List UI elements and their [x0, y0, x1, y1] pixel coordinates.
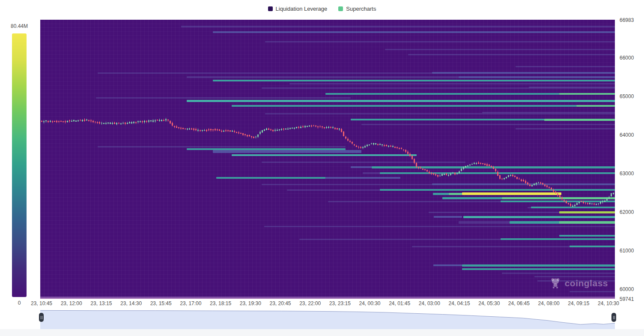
- navigator-left-handle[interactable]: [39, 313, 44, 322]
- time-axis-label: 24, 09:15: [568, 300, 589, 306]
- colorbar-min-label: 0: [12, 300, 27, 306]
- footer-strip: [0, 329, 644, 336]
- time-axis-label: 23, 23:15: [329, 300, 351, 306]
- price-axis-label: 66000: [620, 55, 634, 61]
- navigator-area: [40, 309, 615, 329]
- time-axis-label: 23, 22:00: [299, 300, 321, 306]
- chart-legend: Liquidation LeverageSupercharts: [0, 4, 644, 13]
- time-axis-label: 24, 03:00: [419, 300, 440, 306]
- range-navigator[interactable]: [40, 309, 615, 329]
- time-axis-label: 23, 20:45: [269, 300, 291, 306]
- colorbar-max-label: 80.44M: [11, 23, 28, 29]
- price-axis-label: 59741: [620, 296, 634, 302]
- price-axis-label: 60000: [620, 286, 634, 292]
- time-axis-label: 24, 10:30: [598, 300, 619, 306]
- time-axis-label: 24, 08:00: [538, 300, 560, 306]
- time-axis-label: 24, 01:45: [389, 300, 410, 306]
- time-axis-label: 24, 00:30: [359, 300, 380, 306]
- legend-item-supercharts[interactable]: Supercharts: [338, 6, 376, 12]
- navigator-right-handle[interactable]: [611, 313, 616, 322]
- watermark: coinglass: [549, 277, 608, 289]
- legend-swatch: [338, 6, 343, 11]
- price-axis-label: 63000: [620, 171, 634, 177]
- candlestick-layer: [40, 20, 615, 299]
- price-axis-label: 66983: [620, 17, 634, 23]
- legend-label: Liquidation Leverage: [276, 6, 328, 12]
- legend-label: Supercharts: [346, 6, 376, 12]
- price-axis-label: 61000: [620, 248, 634, 254]
- time-axis-label: 24, 05:30: [478, 300, 500, 306]
- legend-item-liquidation-leverage[interactable]: Liquidation Leverage: [268, 6, 328, 12]
- time-axis-label: 23, 13:15: [90, 300, 112, 306]
- legend-swatch: [268, 6, 273, 11]
- time-axis-label: 24, 06:45: [508, 300, 530, 306]
- watermark-text: coinglass: [565, 278, 608, 288]
- liquidation-heatmap-chart[interactable]: coinglass: [40, 20, 615, 299]
- time-axis-label: 23, 14:30: [120, 300, 142, 306]
- time-axis-label: 23, 19:30: [240, 300, 261, 306]
- price-axis-label: 62000: [620, 209, 634, 215]
- time-axis-label: 23, 15:45: [150, 300, 172, 306]
- time-axis-label: 23, 10:45: [31, 300, 52, 306]
- price-axis-label: 64000: [620, 132, 634, 138]
- time-axis-label: 23, 17:00: [180, 300, 201, 306]
- price-axis-label: 65000: [620, 93, 634, 99]
- time-axis-label: 23, 18:15: [210, 300, 231, 306]
- time-axis-label: 24, 04:15: [449, 300, 470, 306]
- coinglass-bear-icon: [549, 277, 561, 289]
- liquidation-colorbar: [12, 33, 27, 297]
- time-axis-label: 23, 12:00: [61, 300, 82, 306]
